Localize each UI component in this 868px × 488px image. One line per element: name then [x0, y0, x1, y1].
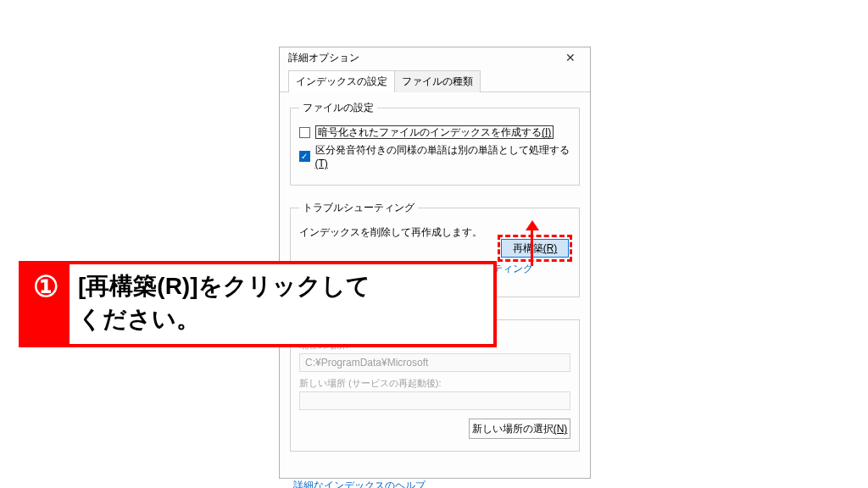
- instruction-overlay: ① [再構築(R)]をクリックして ください。: [19, 261, 497, 347]
- tabstrip: インデックスの設定 ファイルの種類: [280, 68, 590, 92]
- titlebar: 詳細オプション ✕: [280, 47, 590, 68]
- instruction-text: [再構築(R)]をクリックして ください。: [70, 264, 493, 341]
- encrypt-checkbox-row[interactable]: 暗号化されたファイルのインデックスを作成する(I): [299, 125, 570, 140]
- rebuild-button[interactable]: 再構築(R): [501, 239, 569, 258]
- dialog-title: 詳細オプション: [288, 51, 558, 65]
- instruction-number: ①: [22, 264, 70, 344]
- new-location-label: 新しい場所 (サービスの再起動後):: [299, 377, 570, 390]
- diacritic-checkbox[interactable]: ✓: [299, 151, 310, 162]
- select-new-location-button[interactable]: 新しい場所の選択(N): [469, 419, 570, 439]
- annotation-arrow-shaft: [531, 227, 533, 266]
- diacritic-checkbox-row[interactable]: ✓ 区分発音符付きの同様の単語は別の単語として処理する(T): [299, 143, 570, 169]
- tab-index-settings[interactable]: インデックスの設定: [288, 70, 395, 92]
- annotation-arrow-head: [526, 220, 539, 230]
- close-icon[interactable]: ✕: [558, 47, 583, 68]
- encrypt-label: 暗号化されたファイルのインデックスを作成する(I): [315, 125, 554, 140]
- tab-file-types[interactable]: ファイルの種類: [395, 70, 481, 92]
- current-location-value: C:¥ProgramData¥Microsoft: [299, 353, 570, 372]
- file-settings-group: ファイルの設定 暗号化されたファイルのインデックスを作成する(I) ✓ 区分発音…: [290, 101, 580, 186]
- diacritic-label: 区分発音符付きの同様の単語は別の単語として処理する(T): [315, 143, 570, 169]
- help-link[interactable]: 詳細なインデックスのヘルプ: [293, 479, 576, 488]
- file-settings-legend: ファイルの設定: [299, 101, 377, 115]
- troubleshoot-legend: トラブルシューティング: [299, 201, 418, 215]
- new-location-value: [299, 391, 570, 410]
- encrypt-checkbox[interactable]: [299, 127, 310, 138]
